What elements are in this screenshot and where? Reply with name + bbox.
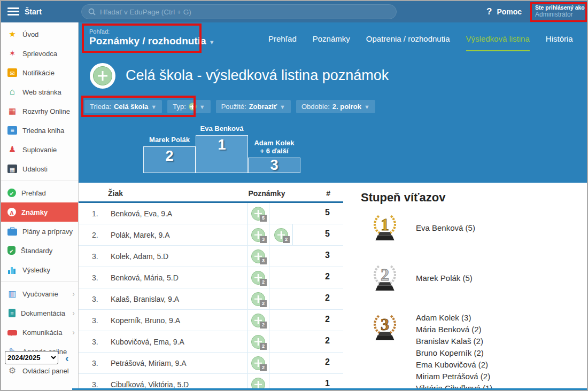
tab-opatrenia-rozhodnutia[interactable]: Opatrenia / rozhodnutia xyxy=(366,34,450,51)
sidebar-item-triedna-kniha[interactable]: Triedna kniha xyxy=(1,121,78,140)
help-button[interactable]: ? Pomoc xyxy=(486,6,522,17)
sidebar-item-label: Sprievodca xyxy=(22,50,57,58)
school-year-select[interactable]: 2024/2025 xyxy=(5,351,58,364)
add-note-button[interactable] xyxy=(90,63,115,89)
person-icon xyxy=(7,145,17,154)
podium-name: Marek Polák xyxy=(143,136,196,144)
sidebar-item-notifik-cie[interactable]: Notifikácie xyxy=(1,63,78,82)
note-count-badge: 2 xyxy=(283,236,290,243)
cal-icon xyxy=(7,165,17,173)
filter-typ[interactable]: Typ:▼ xyxy=(167,100,210,113)
sidebar-item-preh-ad[interactable]: Prehľad xyxy=(1,183,78,202)
sidebar-item--tandardy[interactable]: Štandardy xyxy=(1,241,78,260)
tab-hist-ria[interactable]: História xyxy=(546,34,573,51)
row-rank: 2. xyxy=(92,231,98,239)
case-icon xyxy=(7,229,17,236)
winner-name: Bruno Koperník (2) xyxy=(416,347,492,359)
sidebar-item-web-str-nka[interactable]: Web stránka xyxy=(1,82,78,101)
sidebar-item-pl-ny-a-pr-pravy[interactable]: Plány a prípravy xyxy=(1,222,78,241)
tab-preh-ad[interactable]: Prehľad xyxy=(268,34,297,51)
note-count-badge: 2 xyxy=(260,300,267,307)
sidebar-item-vyu-ovanie[interactable]: Vyučovanie› xyxy=(1,284,78,303)
table-row[interactable]: 1.Benková, Eva, 9.A55 xyxy=(79,203,343,224)
note-plus-icon[interactable]: 5 xyxy=(251,207,265,221)
note-plus-icon[interactable]: 2 xyxy=(251,271,265,285)
row-student-name: Kubovičová, Ema, 9.A xyxy=(111,338,184,346)
table-row[interactable]: 3.Koperník, Bruno, 9.A22 xyxy=(79,310,343,331)
filter-label: Typ: xyxy=(173,103,186,111)
column-header-poznamky: Poznámky xyxy=(239,189,295,198)
sidebar-item-v-sledky[interactable]: Výsledky xyxy=(1,260,78,279)
podium-block: 2 xyxy=(143,146,196,173)
note-plus-icon[interactable]: 2 xyxy=(251,356,265,370)
plus-icon xyxy=(93,66,112,85)
start-button[interactable]: Štart xyxy=(25,7,42,16)
table-row[interactable]: 3.Kubovičová, Ema, 9.A22 xyxy=(79,331,343,353)
sidebar-item--vod[interactable]: Úvod xyxy=(1,25,78,44)
sidebar-item-zn-mky[interactable]: Známky xyxy=(1,202,78,222)
note-plus-icon[interactable]: 2 xyxy=(251,314,265,327)
filter-pouit[interactable]: Použité:Zobraziť▼ xyxy=(216,100,291,113)
note-count-badge: 5 xyxy=(260,215,267,222)
table-row[interactable]: 3.Benková, Mária, 5.D22 xyxy=(79,267,343,288)
sidebar-collapse-icon[interactable]: ‹ xyxy=(65,352,69,364)
row-rank: 3. xyxy=(92,252,98,261)
podium-place-2: Marek Polák2 xyxy=(143,136,196,173)
checkcircle-icon xyxy=(7,189,16,197)
note-cell: 5 xyxy=(247,203,269,224)
tab-v-sledkov-listina[interactable]: Výsledková listina xyxy=(466,34,530,51)
trophy-silver-icon: 2 xyxy=(372,262,398,294)
gear-icon xyxy=(7,366,17,375)
chevron-right-icon: › xyxy=(72,328,75,337)
filter-value: Zobraziť xyxy=(249,103,277,111)
row-total-count: 5 xyxy=(325,229,330,239)
hamburger-menu-icon[interactable] xyxy=(7,7,19,16)
row-total-count: 1 xyxy=(325,379,330,388)
header-tabs: PrehľadPoznámkyOpatrenia / rozhodnutiaVý… xyxy=(268,34,573,51)
search-box[interactable] xyxy=(81,4,397,19)
chevron-down-icon: ▼ xyxy=(199,104,205,110)
chevron-down-icon: ▼ xyxy=(280,104,285,110)
filter-obdobie[interactable]: Obdobie:2. polrok▼ xyxy=(296,100,375,113)
sidebar-item-label: Udalosti xyxy=(22,165,48,173)
view-dropdown[interactable]: Pohľad: Poznámky / rozhodnutia ▼ xyxy=(89,28,215,47)
sidebar-item-udalosti[interactable]: Udalosti xyxy=(1,159,78,178)
notes-table: Žiak Poznámky # 1.Benková, Eva, 9.A552.P… xyxy=(79,183,343,391)
note-plus-icon[interactable]: 3 xyxy=(251,228,265,242)
row-student-name: Kolek, Adam, 5.D xyxy=(111,252,168,261)
sidebar-item-komunik-cia[interactable]: Komunikácia› xyxy=(1,323,78,342)
sidebar-item-sprievodca[interactable]: Sprievodca xyxy=(1,44,78,63)
tab-pozn-mky[interactable]: Poznámky xyxy=(313,34,350,51)
grid-icon xyxy=(7,107,17,115)
logged-in-user-badge[interactable]: Ste prihlásený ako Administrátor xyxy=(530,2,587,22)
note-plus-icon[interactable]: 2 xyxy=(274,228,288,242)
note-count-badge: 3 xyxy=(260,257,267,264)
row-total-count: 2 xyxy=(325,293,330,303)
table-row[interactable]: 3.Kalaš, Branislav, 9.A22 xyxy=(79,288,343,310)
winner-name: Eva Benková (5) xyxy=(416,222,475,234)
table-row[interactable]: 3.Kolek, Adam, 5.D33 xyxy=(79,246,343,267)
note-cell: 2 xyxy=(247,267,269,288)
note-plus-icon[interactable]: 3 xyxy=(251,249,265,263)
sidebar-item-label: Výsledky xyxy=(22,266,50,274)
svg-text:1: 1 xyxy=(381,215,389,234)
note-plus-icon[interactable]: 2 xyxy=(251,335,265,349)
sidebar-group: PrehľadZnámkyPlány a prípravyŠtandardyVý… xyxy=(1,181,78,282)
row-student-name: Koperník, Bruno, 9.A xyxy=(111,316,180,325)
winner-tier-2: 2 Marek Polák (5) xyxy=(372,262,473,295)
table-row[interactable]: 3.Petrášová, Miriam, 9.A22 xyxy=(79,353,343,374)
sidebar-item-suplovanie[interactable]: Suplovanie xyxy=(1,140,78,159)
sidebar-item-rozvrhy-online[interactable]: Rozvrhy Online xyxy=(1,101,78,121)
search-input[interactable] xyxy=(100,8,390,16)
row-total-count: 2 xyxy=(325,272,330,281)
wand-icon xyxy=(7,49,17,58)
table-row[interactable]: 2.Polák, Marek, 9.A325 xyxy=(79,224,343,246)
main-area: Pohľad: Poznámky / rozhodnutia ▼ Prehľad… xyxy=(79,22,587,391)
sidebar-item-label: Plány a prípravy xyxy=(22,228,73,236)
note-count-badge: 2 xyxy=(260,343,267,350)
bottom-scroll-strip[interactable] xyxy=(72,388,587,391)
sidebar-item-dokument-cia[interactable]: Dokumentácia› xyxy=(1,303,78,323)
sidebar-item-label: Komunikácia xyxy=(22,329,62,337)
filter-trieda[interactable]: Trieda:Celá škola▼ xyxy=(84,100,162,113)
note-plus-icon[interactable]: 2 xyxy=(251,292,265,306)
